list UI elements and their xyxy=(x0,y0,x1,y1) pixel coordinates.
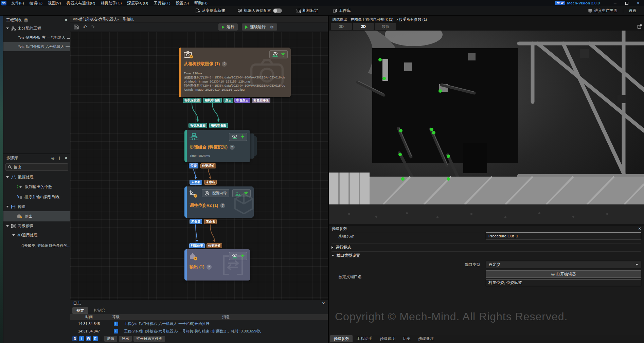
node-adjust-poses-v2[interactable]: 配置向导 调整位姿V2 (1) ? xyxy=(184,186,254,218)
log-filter-debug[interactable]: D xyxy=(72,336,77,341)
chevron-down-icon[interactable] xyxy=(12,234,15,236)
document-tab[interactable]: vis-后门外板右-六号机器人-一号相机 xyxy=(70,16,328,22)
open-editor-button[interactable]: ◎ 打开编辑器 xyxy=(486,270,641,278)
step-search-box[interactable] xyxy=(5,163,68,171)
log-tab-vision[interactable]: 视觉 xyxy=(72,307,88,314)
run-button[interactable]: 运行 xyxy=(218,23,238,31)
camera-calibration-button[interactable]: 相机标定 xyxy=(293,6,322,16)
menu-toolbox[interactable]: 工具箱(T) xyxy=(151,0,173,6)
close-icon[interactable]: ✕ xyxy=(322,301,325,306)
chevron-down-icon[interactable] xyxy=(6,176,9,178)
maximize-button[interactable] xyxy=(621,0,632,6)
graph-canvas[interactable]: 从相机获取图像 (1) ? Time: 120ms 深度图像尺寸(2048 * … xyxy=(70,32,328,300)
step-group-data-processing[interactable]: 数据处理 xyxy=(3,173,70,182)
help-icon[interactable]: ? xyxy=(222,61,227,67)
view-tab-2d[interactable]: 2D xyxy=(353,23,374,30)
view-tab-3d[interactable]: 3D xyxy=(331,23,352,30)
redo-icon[interactable]: ↷ xyxy=(91,24,95,30)
log-row[interactable]: 14:31:34.845 i 工程(vis-后门外板右-六号机器人-一号相机)开… xyxy=(70,320,328,327)
step-name-input[interactable] xyxy=(486,232,641,239)
help-icon[interactable]: ? xyxy=(207,265,212,270)
project-group-row[interactable]: 未分配的工程 xyxy=(3,24,70,33)
port-chip[interactable]: 未命名 xyxy=(204,180,217,185)
step-group-3d-processing[interactable]: 3D通用处理 xyxy=(3,231,70,240)
visualize-eye-icon[interactable] xyxy=(232,254,238,259)
port-chip[interactable]: 料筐位姿 xyxy=(189,243,205,248)
output-download-icon[interactable] xyxy=(241,134,245,140)
chevron-down-icon[interactable] xyxy=(6,225,9,227)
node-output[interactable]: 输出 (1) ? xyxy=(184,249,250,281)
settings-button[interactable]: 设置 xyxy=(625,6,644,16)
visualize-eye-icon[interactable] xyxy=(235,191,241,196)
step-group-transfer[interactable]: 传输 xyxy=(3,202,70,211)
step-item-limit-output[interactable]: 限制输出的个数 xyxy=(3,182,70,192)
enter-production-button[interactable]: 进入生产界面 xyxy=(585,6,621,16)
chevron-down-icon[interactable] xyxy=(6,206,9,207)
menu-help[interactable]: 帮助(H) xyxy=(192,0,210,6)
log-row[interactable]: 14:31:34.847 i 工程(vis-后门外板右-六号机器人-一号相机)执… xyxy=(70,327,328,335)
port-chip[interactable]: 彩色图路径 xyxy=(252,98,270,103)
robot-comm-toggle[interactable] xyxy=(273,8,282,13)
log-clear-button[interactable]: 清除 xyxy=(104,336,117,342)
step-search-input[interactable] xyxy=(14,165,61,169)
robot-comm-config-button[interactable]: 机器人通信配置 xyxy=(234,6,285,16)
step-group-advanced[interactable]: 高级步骤 xyxy=(3,221,70,231)
port-type-dropdown[interactable]: 自定义 xyxy=(486,261,641,268)
output-download-icon[interactable] xyxy=(244,191,248,196)
minimize-button[interactable]: ─ xyxy=(609,0,621,6)
undo-icon[interactable]: ↶ xyxy=(83,24,87,30)
menu-camera-assistant[interactable]: 相机助手(C) xyxy=(98,0,124,6)
node-capture-from-camera[interactable]: 从相机获取图像 (1) ? Time: 120ms 深度图像尺寸(2048 * … xyxy=(179,48,291,97)
help-icon[interactable]: ? xyxy=(220,203,225,208)
step-item-sort-output[interactable]: 排序并输出索引列表 xyxy=(3,192,70,202)
open-in-new-window-icon[interactable] xyxy=(637,24,642,29)
camera-2d-image[interactable] xyxy=(329,31,644,224)
node-procedure-basket-recognition[interactable]: 步骤组合 (料筐识别) ? Time: 1828ms xyxy=(184,130,250,162)
gear-icon[interactable]: ◎ xyxy=(51,156,55,160)
port-type-settings-section[interactable]: 端口类型设置 xyxy=(332,251,641,259)
close-button[interactable]: ✕ xyxy=(632,0,644,6)
tab-history[interactable]: 历史 xyxy=(399,335,414,342)
port-chip[interactable]: 未命名 xyxy=(190,219,202,224)
help-icon[interactable]: ? xyxy=(230,145,235,150)
port-chip[interactable]: 位姿 xyxy=(189,163,198,168)
log-export-button[interactable]: 导出 xyxy=(119,336,132,342)
step-item-output-selected[interactable]: 输出 xyxy=(3,211,70,221)
output-download-icon[interactable] xyxy=(281,52,285,57)
menu-view[interactable]: 视图(V) xyxy=(45,0,64,6)
close-icon[interactable]: ✕ xyxy=(65,156,68,160)
project-item-selected[interactable]: *vis-后门外板右-六号机器人-一号... xyxy=(3,42,70,51)
port-chip[interactable]: 位姿标签 xyxy=(200,163,216,168)
close-icon[interactable]: ✕ xyxy=(638,227,641,231)
visualize-eye-icon[interactable] xyxy=(232,134,238,140)
run-continuous-button[interactable]: 连续运行 ⚙ xyxy=(242,23,277,31)
log-tab-console[interactable]: 控制台 xyxy=(90,307,110,314)
chevron-right-icon[interactable] xyxy=(332,246,333,249)
log-open-folder-button[interactable]: 打开日志文件夹 xyxy=(133,336,165,342)
tab-step-parameters[interactable]: 步骤参数 xyxy=(330,335,353,342)
menu-deep-learning[interactable]: 深度学习(D) xyxy=(124,0,151,6)
chevron-down-icon[interactable] xyxy=(332,255,334,256)
output-download-icon[interactable] xyxy=(241,254,245,259)
log-filter-warn[interactable]: W xyxy=(86,336,91,341)
port-chip[interactable]: 彩色点云 xyxy=(234,98,250,103)
help-icon[interactable]: ? xyxy=(24,18,28,22)
port-chip[interactable]: 未命名 xyxy=(204,219,217,224)
menu-settings[interactable]: 设置(S) xyxy=(173,0,191,6)
tab-step-description[interactable]: 步骤说明 xyxy=(376,335,399,342)
step-item-point-cloud-cluster[interactable]: 点云聚类, 并输出符合条件的... xyxy=(3,240,70,251)
view-tab-numeric[interactable]: 数值 xyxy=(375,23,396,30)
custom-port-name-input[interactable] xyxy=(486,279,641,286)
visualize-eye-icon[interactable] xyxy=(272,52,278,57)
port-chip[interactable]: 位姿标签 xyxy=(207,243,222,248)
log-filter-error[interactable]: E xyxy=(93,336,98,341)
port-chip[interactable]: 点云 xyxy=(223,98,233,103)
tab-project-assistant[interactable]: 工程助手 xyxy=(353,335,376,342)
menu-edit[interactable]: 编辑(E) xyxy=(27,0,45,6)
run-flags-section[interactable]: 运行标志 xyxy=(332,243,641,251)
port-chip[interactable]: 相机彩色图 xyxy=(203,98,222,103)
new-from-case-button[interactable]: 从案例库新建 xyxy=(192,6,229,16)
config-wizard-button[interactable]: 配置向导 xyxy=(202,189,229,197)
menu-robot-comm[interactable]: 机器人与通信(R) xyxy=(64,0,98,6)
log-filter-info[interactable]: i xyxy=(79,336,84,341)
